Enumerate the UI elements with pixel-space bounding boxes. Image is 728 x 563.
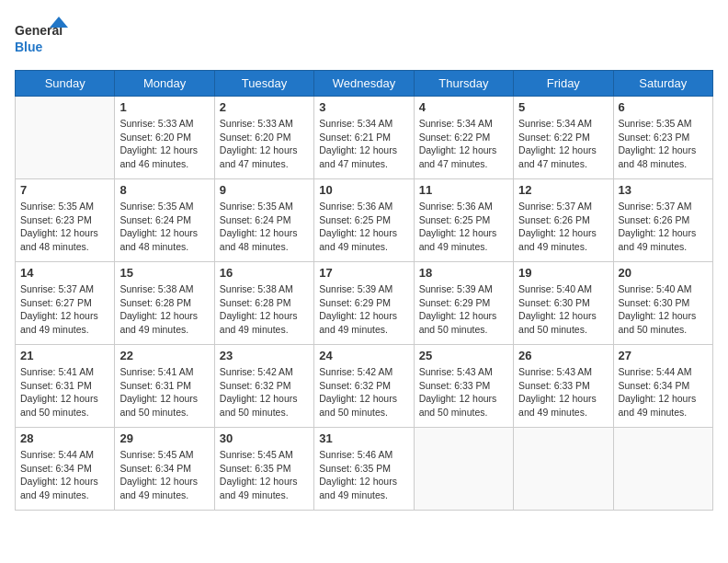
calendar-cell: 16Sunrise: 5:38 AM Sunset: 6:28 PM Dayli… (214, 262, 313, 345)
day-number: 29 (119, 431, 209, 445)
day-info: Sunrise: 5:35 AM Sunset: 6:23 PM Dayligh… (619, 117, 708, 171)
calendar-cell: 30Sunrise: 5:45 AM Sunset: 6:35 PM Dayli… (214, 428, 313, 511)
week-row-4: 28Sunrise: 5:44 AM Sunset: 6:34 PM Dayli… (16, 428, 713, 511)
calendar-cell: 1Sunrise: 5:33 AM Sunset: 6:20 PM Daylig… (115, 97, 214, 179)
day-number: 6 (619, 100, 708, 114)
days-header-row: SundayMondayTuesdayWednesdayThursdayFrid… (16, 71, 713, 97)
calendar-cell (613, 428, 712, 511)
day-number: 22 (119, 349, 209, 362)
calendar-cell: 4Sunrise: 5:34 AM Sunset: 6:22 PM Daylig… (414, 97, 513, 179)
day-number: 2 (220, 100, 309, 114)
day-number: 17 (319, 266, 408, 280)
calendar-cell: 5Sunrise: 5:34 AM Sunset: 6:22 PM Daylig… (514, 97, 613, 179)
calendar-header: SundayMondayTuesdayWednesdayThursdayFrid… (16, 71, 713, 97)
day-info: Sunrise: 5:34 AM Sunset: 6:22 PM Dayligh… (419, 117, 508, 171)
calendar-cell: 29Sunrise: 5:45 AM Sunset: 6:34 PM Dayli… (115, 428, 214, 511)
calendar-cell: 2Sunrise: 5:33 AM Sunset: 6:20 PM Daylig… (214, 97, 313, 179)
day-info: Sunrise: 5:33 AM Sunset: 6:20 PM Dayligh… (119, 117, 209, 171)
day-info: Sunrise: 5:43 AM Sunset: 6:33 PM Dayligh… (419, 365, 508, 419)
day-number: 8 (119, 183, 209, 197)
day-info: Sunrise: 5:37 AM Sunset: 6:26 PM Dayligh… (619, 200, 708, 254)
calendar-cell: 22Sunrise: 5:41 AM Sunset: 6:31 PM Dayli… (115, 345, 214, 428)
logo: General Blue (15, 15, 70, 61)
calendar-cell: 6Sunrise: 5:35 AM Sunset: 6:23 PM Daylig… (613, 97, 712, 179)
calendar-cell: 19Sunrise: 5:40 AM Sunset: 6:30 PM Dayli… (514, 262, 613, 345)
day-number: 25 (419, 349, 508, 362)
day-info: Sunrise: 5:41 AM Sunset: 6:31 PM Dayligh… (119, 365, 209, 419)
day-info: Sunrise: 5:41 AM Sunset: 6:31 PM Dayligh… (20, 365, 109, 419)
day-number: 16 (220, 266, 309, 280)
day-info: Sunrise: 5:42 AM Sunset: 6:32 PM Dayligh… (220, 365, 309, 419)
svg-marker-1 (50, 17, 68, 28)
calendar-cell: 10Sunrise: 5:36 AM Sunset: 6:25 PM Dayli… (314, 179, 414, 262)
day-info: Sunrise: 5:33 AM Sunset: 6:20 PM Dayligh… (220, 117, 309, 171)
calendar-cell: 7Sunrise: 5:35 AM Sunset: 6:23 PM Daylig… (16, 179, 115, 262)
day-header-friday: Friday (514, 71, 613, 97)
day-number: 23 (220, 349, 309, 362)
week-row-3: 21Sunrise: 5:41 AM Sunset: 6:31 PM Dayli… (16, 345, 713, 428)
day-number: 20 (619, 266, 708, 280)
calendar-cell: 15Sunrise: 5:38 AM Sunset: 6:28 PM Dayli… (115, 262, 214, 345)
day-number: 26 (518, 349, 608, 362)
day-info: Sunrise: 5:44 AM Sunset: 6:34 PM Dayligh… (20, 448, 109, 502)
day-number: 10 (319, 183, 408, 197)
calendar-cell: 27Sunrise: 5:44 AM Sunset: 6:34 PM Dayli… (613, 345, 712, 428)
day-info: Sunrise: 5:39 AM Sunset: 6:29 PM Dayligh… (419, 282, 508, 337)
calendar-cell (414, 428, 513, 511)
calendar-cell: 12Sunrise: 5:37 AM Sunset: 6:26 PM Dayli… (514, 179, 613, 262)
calendar-cell: 3Sunrise: 5:34 AM Sunset: 6:21 PM Daylig… (314, 97, 414, 179)
calendar-cell: 25Sunrise: 5:43 AM Sunset: 6:33 PM Dayli… (414, 345, 513, 428)
calendar-body: 1Sunrise: 5:33 AM Sunset: 6:20 PM Daylig… (16, 97, 713, 511)
day-header-wednesday: Wednesday (314, 71, 414, 97)
calendar-cell: 23Sunrise: 5:42 AM Sunset: 6:32 PM Dayli… (214, 345, 313, 428)
day-number: 13 (619, 183, 708, 197)
day-header-tuesday: Tuesday (214, 71, 313, 97)
day-info: Sunrise: 5:45 AM Sunset: 6:35 PM Dayligh… (220, 448, 309, 502)
day-info: Sunrise: 5:45 AM Sunset: 6:34 PM Dayligh… (119, 448, 209, 502)
logo-svg: General Blue (15, 15, 70, 61)
day-info: Sunrise: 5:40 AM Sunset: 6:30 PM Dayligh… (518, 282, 608, 337)
week-row-2: 14Sunrise: 5:37 AM Sunset: 6:27 PM Dayli… (16, 262, 713, 345)
calendar-cell: 18Sunrise: 5:39 AM Sunset: 6:29 PM Dayli… (414, 262, 513, 345)
day-number: 14 (20, 266, 109, 280)
day-info: Sunrise: 5:44 AM Sunset: 6:34 PM Dayligh… (619, 365, 708, 419)
day-number: 15 (119, 266, 209, 280)
day-number: 4 (419, 100, 508, 114)
calendar-cell: 31Sunrise: 5:46 AM Sunset: 6:35 PM Dayli… (314, 428, 414, 511)
calendar-cell: 21Sunrise: 5:41 AM Sunset: 6:31 PM Dayli… (16, 345, 115, 428)
day-number: 28 (20, 431, 109, 445)
day-header-saturday: Saturday (613, 71, 712, 97)
day-number: 27 (619, 349, 708, 362)
calendar-cell: 8Sunrise: 5:35 AM Sunset: 6:24 PM Daylig… (115, 179, 214, 262)
day-number: 18 (419, 266, 508, 280)
day-header-monday: Monday (115, 71, 214, 97)
day-header-sunday: Sunday (16, 71, 115, 97)
day-number: 11 (419, 183, 508, 197)
svg-text:Blue: Blue (15, 40, 43, 54)
day-info: Sunrise: 5:43 AM Sunset: 6:33 PM Dayligh… (518, 365, 608, 419)
day-info: Sunrise: 5:39 AM Sunset: 6:29 PM Dayligh… (319, 282, 408, 337)
day-info: Sunrise: 5:38 AM Sunset: 6:28 PM Dayligh… (119, 282, 209, 337)
day-info: Sunrise: 5:34 AM Sunset: 6:21 PM Dayligh… (319, 117, 408, 171)
calendar-cell: 28Sunrise: 5:44 AM Sunset: 6:34 PM Dayli… (16, 428, 115, 511)
day-info: Sunrise: 5:42 AM Sunset: 6:32 PM Dayligh… (319, 365, 408, 419)
calendar-table: SundayMondayTuesdayWednesdayThursdayFrid… (15, 70, 713, 511)
day-info: Sunrise: 5:36 AM Sunset: 6:25 PM Dayligh… (319, 200, 408, 254)
day-number: 19 (518, 266, 608, 280)
day-info: Sunrise: 5:46 AM Sunset: 6:35 PM Dayligh… (319, 448, 408, 502)
day-info: Sunrise: 5:35 AM Sunset: 6:24 PM Dayligh… (119, 200, 209, 254)
day-number: 3 (319, 100, 408, 114)
calendar-cell: 14Sunrise: 5:37 AM Sunset: 6:27 PM Dayli… (16, 262, 115, 345)
day-info: Sunrise: 5:37 AM Sunset: 6:27 PM Dayligh… (20, 282, 109, 337)
calendar-cell: 20Sunrise: 5:40 AM Sunset: 6:30 PM Dayli… (613, 262, 712, 345)
calendar-cell (514, 428, 613, 511)
day-info: Sunrise: 5:35 AM Sunset: 6:23 PM Dayligh… (20, 200, 109, 254)
day-number: 7 (20, 183, 109, 197)
week-row-0: 1Sunrise: 5:33 AM Sunset: 6:20 PM Daylig… (16, 97, 713, 179)
day-info: Sunrise: 5:38 AM Sunset: 6:28 PM Dayligh… (220, 282, 309, 337)
day-info: Sunrise: 5:37 AM Sunset: 6:26 PM Dayligh… (518, 200, 608, 254)
day-number: 1 (119, 100, 209, 114)
week-row-1: 7Sunrise: 5:35 AM Sunset: 6:23 PM Daylig… (16, 179, 713, 262)
day-header-thursday: Thursday (414, 71, 513, 97)
calendar-cell: 26Sunrise: 5:43 AM Sunset: 6:33 PM Dayli… (514, 345, 613, 428)
